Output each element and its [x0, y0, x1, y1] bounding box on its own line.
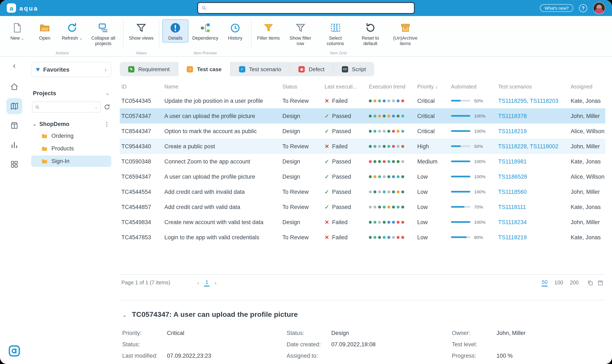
- next-page-icon[interactable]: ›: [215, 280, 217, 286]
- prev-page-icon[interactable]: ‹: [197, 280, 199, 286]
- tree-item-sign-in[interactable]: Sign-In: [31, 156, 111, 167]
- projects-search-input[interactable]: ⌄: [32, 102, 101, 113]
- sidebar-item-home[interactable]: [6, 79, 22, 95]
- sidebar-item-package[interactable]: [6, 117, 22, 133]
- tab-requirement[interactable]: ✎Requirement: [120, 62, 178, 76]
- chevron-down-icon[interactable]: ⌄: [122, 312, 127, 318]
- column-header-execution-trend[interactable]: Execution trend: [367, 84, 416, 90]
- test-scenario-link[interactable]: TS1186528: [498, 173, 527, 180]
- cell-test-scenarios[interactable]: TS1118228, TS1118002: [496, 143, 569, 149]
- chevron-right-icon[interactable]: ›: [105, 66, 107, 73]
- global-search-input[interactable]: [209, 5, 411, 11]
- page-size-100[interactable]: 100: [555, 280, 563, 286]
- table-row-TC4544554[interactable]: TC4544554Add credit card with invalid da…: [120, 184, 605, 199]
- show-filter-row-button[interactable]: Show filter row: [283, 19, 317, 48]
- cell-test-scenarios[interactable]: TS1118295, TS1118203: [496, 98, 569, 104]
- tab-defect[interactable]: ◉Defect: [290, 62, 333, 76]
- table-row-TC0544345[interactable]: TC0544345Update the job position in a us…: [120, 93, 605, 108]
- cell-test-scenarios[interactable]: TS1118560: [496, 189, 569, 195]
- page-size-50[interactable]: 50: [542, 279, 548, 286]
- column-header-last-executi[interactable]: Last executi...: [323, 84, 367, 90]
- table-row-TC9544340[interactable]: TC9544340Create a public postTo Review✕F…: [120, 139, 605, 154]
- cell-test-scenarios[interactable]: TS1186528: [496, 173, 569, 180]
- cell-automated: 100%: [449, 174, 496, 179]
- open-button[interactable]: Open: [32, 19, 58, 42]
- refresh-tree-icon[interactable]: [104, 104, 110, 110]
- collapse-all-projects-button[interactable]: Collapse all projects: [86, 19, 120, 48]
- test-scenario-link[interactable]: TS1118228, TS1118002: [498, 143, 559, 149]
- cell-last-execution: ✓Passed: [323, 158, 367, 165]
- trend-dot-teal: [373, 221, 376, 223]
- tab-script[interactable]: <>Script: [333, 62, 374, 76]
- test-scenario-link[interactable]: TS1118981: [498, 158, 527, 165]
- trend-dots: [369, 145, 416, 148]
- table-row-TC4544857[interactable]: TC4544857Add credit card with valid data…: [120, 199, 605, 214]
- details-button[interactable]: Details: [162, 19, 188, 42]
- kebab-menu-icon[interactable]: ⋮: [104, 121, 110, 127]
- current-page[interactable]: 1: [204, 279, 210, 286]
- page-size-200[interactable]: 200: [570, 280, 579, 286]
- chevron-down-icon[interactable]: ⌄: [95, 105, 98, 109]
- tree-item-ordering[interactable]: Ordering: [31, 130, 111, 142]
- cell-test-scenarios[interactable]: TS1118378: [496, 113, 569, 119]
- table-row-TC4547853[interactable]: TC4547853Login to the app with valid cre…: [120, 230, 605, 245]
- column-header-automated[interactable]: Automated: [449, 84, 496, 90]
- new-button[interactable]: New ⌄: [4, 19, 30, 42]
- cell-test-scenarios[interactable]: TS1118234: [496, 219, 569, 225]
- test-scenario-link[interactable]: TS1118560: [498, 189, 527, 195]
- dependency-button[interactable]: Dependency: [190, 19, 221, 42]
- tab-label: Test scenario: [249, 66, 281, 72]
- test-scenario-link[interactable]: TS1118378: [498, 113, 527, 119]
- chevron-down-icon[interactable]: ⌄: [105, 90, 110, 96]
- cell-test-scenarios[interactable]: TS1118981: [496, 158, 569, 165]
- chevron-down-icon[interactable]: ⌄: [33, 122, 37, 126]
- tab-test-scenario[interactable]: ✓Test scenario: [230, 62, 290, 76]
- user-avatar[interactable]: [593, 2, 605, 14]
- help-icon[interactable]: ?: [579, 4, 587, 12]
- cell-test-scenarios[interactable]: TS1118219: [496, 128, 569, 134]
- test-scenario-link[interactable]: TS1118219: [498, 234, 527, 240]
- sidebar-item-reports[interactable]: [6, 137, 22, 153]
- trend-dot-green: [401, 205, 404, 208]
- table-row-TC8544347[interactable]: TC8544347Option to mark the account as p…: [120, 123, 605, 139]
- tree-item-products[interactable]: Products: [31, 143, 111, 154]
- column-header-priority[interactable]: Priority ↓: [416, 84, 449, 90]
- select-columns-button[interactable]: Select columns: [319, 19, 352, 48]
- collapse-panel-icon[interactable]: ‹: [13, 62, 16, 69]
- test-scenario-link[interactable]: TS1118295, TS1118203: [498, 98, 559, 104]
- reset-to-default-button[interactable]: Reset to default: [353, 19, 387, 48]
- test-scenario-link[interactable]: TS1118234: [498, 219, 527, 225]
- tree-root-shopdemo[interactable]: ⌄ ShopDemo ⋮: [31, 119, 111, 129]
- tab-test-case[interactable]: ≡Test case: [178, 62, 231, 76]
- favorites-header[interactable]: ♥ Favorites ›: [31, 62, 111, 77]
- whats-new-button[interactable]: What's new?: [540, 4, 573, 12]
- history-button[interactable]: History: [222, 19, 248, 42]
- select-columns-icon: [330, 22, 341, 33]
- column-header-test-scenarios[interactable]: Test scenarios: [496, 84, 569, 90]
- show-views-button[interactable]: Show views: [126, 19, 156, 42]
- un-archive-items-button[interactable]: (Un)Archive items: [388, 19, 422, 48]
- aqua-logo[interactable]: a aqua: [7, 3, 38, 13]
- column-header-id[interactable]: ID: [120, 84, 163, 90]
- cell-test-scenarios[interactable]: TS1118111: [496, 204, 569, 210]
- sidebar-item-projects[interactable]: [6, 98, 22, 114]
- column-header-name[interactable]: Name: [163, 84, 281, 90]
- table-row-TC4549834[interactable]: TC4549834Create new account with valid t…: [120, 214, 605, 230]
- field-label: Assigned to:: [287, 353, 331, 359]
- table-row-TC0590348[interactable]: TC0590348Connect Zoom to the app account…: [120, 154, 605, 169]
- global-search[interactable]: [197, 2, 415, 14]
- column-header-assigned[interactable]: Assigned: [569, 84, 605, 90]
- archive-box-icon[interactable]: [597, 280, 604, 286]
- column-header-status[interactable]: Status: [281, 84, 323, 90]
- copy-icon[interactable]: [587, 280, 593, 286]
- table-row-TC6594347[interactable]: TC6594347A user can upload the profile p…: [120, 169, 605, 184]
- projects-header[interactable]: Projects ⌄: [31, 90, 111, 96]
- cell-test-scenarios[interactable]: TS1118219: [496, 234, 569, 240]
- refresh-button[interactable]: Refresh ⌄: [59, 19, 85, 42]
- test-scenario-link[interactable]: TS1118111: [498, 204, 526, 210]
- toolbar-group-item-grid: Filter itemsShow filter rowSelect column…: [254, 16, 423, 56]
- sidebar-item-modules[interactable]: [6, 156, 22, 172]
- filter-items-button[interactable]: Filter items: [254, 19, 282, 42]
- table-row-TC0574347[interactable]: TC0574347A user can upload the profile p…: [120, 108, 605, 123]
- test-scenario-link[interactable]: TS1118219: [498, 128, 527, 134]
